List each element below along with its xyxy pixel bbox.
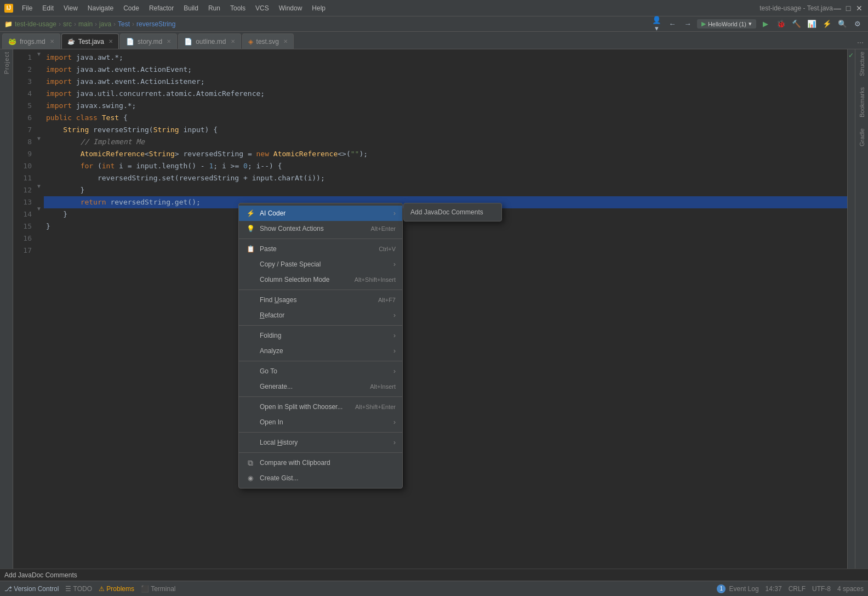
right-sidebars: Structure Bookmarks Gradle xyxy=(855,49,868,569)
tab-frogs-md[interactable]: 🐸 frogs.md ✕ xyxy=(2,33,60,49)
search-button[interactable]: 🔍 xyxy=(836,18,848,30)
context-menu-show-context[interactable]: 💡 Show Context Actions Alt+Enter xyxy=(239,221,402,236)
tab-test-java[interactable]: ☕ Test.java ✕ xyxy=(61,33,119,49)
submenu-javadoc-label: Add JavaDoc Comments xyxy=(410,208,483,216)
problems-status[interactable]: ⚠ Problems xyxy=(99,585,134,593)
context-menu-create-gist[interactable]: ◉ Create Gist... xyxy=(239,470,402,486)
forward-button[interactable]: → xyxy=(682,18,694,30)
build-button[interactable]: 🔨 xyxy=(790,18,802,30)
breadcrumb-java[interactable]: java xyxy=(99,20,111,28)
minimize-button[interactable]: — xyxy=(833,4,842,13)
ai-coder-arrow: › xyxy=(393,209,396,217)
structure-label[interactable]: Structure xyxy=(859,52,865,76)
terminal-status[interactable]: ⬛ Terminal xyxy=(141,585,175,593)
context-menu-refactor[interactable]: Refactor › xyxy=(239,308,402,323)
tab-frogs-close[interactable]: ✕ xyxy=(50,38,54,44)
gradle-label[interactable]: Gradle xyxy=(859,128,865,146)
fold-marker-8[interactable]: ▼ xyxy=(36,135,42,141)
tab-outline-close[interactable]: ✕ xyxy=(231,38,235,44)
menu-vcs[interactable]: VCS xyxy=(251,3,273,13)
encoding[interactable]: UTF-8 xyxy=(812,585,831,593)
maximize-button[interactable]: □ xyxy=(844,4,853,13)
tab-svg-label: test.svg xyxy=(256,38,279,46)
context-menu-open-in[interactable]: Open In › xyxy=(239,415,402,430)
context-menu-column-selection[interactable]: Column Selection Mode Alt+Shift+Insert xyxy=(239,272,402,287)
tab-svg-close[interactable]: ✕ xyxy=(283,38,288,44)
menu-window[interactable]: Window xyxy=(275,3,307,13)
todo-status[interactable]: ☰ TODO xyxy=(65,585,92,593)
run-button[interactable]: ▶ xyxy=(760,18,772,30)
context-menu-copy-paste[interactable]: Copy / Paste Special › xyxy=(239,257,402,272)
breadcrumb-main[interactable]: main xyxy=(78,20,93,28)
menu-view[interactable]: View xyxy=(59,3,82,13)
cursor-position[interactable]: 14:37 xyxy=(766,585,782,593)
tab-story-md[interactable]: 📄 story.md ✕ xyxy=(120,33,177,49)
back-button[interactable]: ← xyxy=(666,18,678,30)
analyze-label: Analyze xyxy=(260,347,391,355)
show-context-shortcut: Alt+Enter xyxy=(370,225,396,232)
copy-paste-arrow: › xyxy=(393,260,396,268)
code-editor[interactable]: import java.awt.*; import java.awt.event… xyxy=(44,49,847,569)
bottom-action-bar: Add JavaDoc Comments xyxy=(0,569,868,581)
event-log-status[interactable]: 1 Event Log xyxy=(717,584,758,593)
context-menu-local-history[interactable]: Local History › xyxy=(239,435,402,450)
breadcrumb-class[interactable]: Test xyxy=(118,20,130,28)
menu-edit[interactable]: Edit xyxy=(38,3,58,13)
menu-help[interactable]: Help xyxy=(307,3,330,13)
copy-paste-label: Copy / Paste Special xyxy=(260,260,391,268)
user-button[interactable]: 👤▾ xyxy=(651,18,663,30)
context-menu-folding[interactable]: Folding › xyxy=(239,328,402,343)
context-menu-open-split[interactable]: Open in Split with Chooser... Alt+Shift+… xyxy=(239,399,402,415)
run-config[interactable]: ▶ HelloWorld (1) ▾ xyxy=(697,19,756,29)
sep-5 xyxy=(239,396,402,397)
sep-4 xyxy=(239,361,402,361)
fold-marker-11[interactable]: ▼ xyxy=(36,183,42,189)
fold-marker-1[interactable]: ▼ xyxy=(36,51,42,57)
context-menu-ai-coder[interactable]: ⚡ AI Coder › xyxy=(239,206,402,221)
submenu-add-javadoc[interactable]: Add JavaDoc Comments xyxy=(404,206,501,219)
menu-build[interactable]: Build xyxy=(179,3,203,13)
coverage-button[interactable]: 📊 xyxy=(806,18,818,30)
tab-story-close[interactable]: ✕ xyxy=(167,38,171,44)
line-ending[interactable]: CRLF xyxy=(789,585,806,593)
breadcrumb-src[interactable]: src xyxy=(63,20,72,28)
goto-label: Go To xyxy=(260,367,391,375)
breadcrumb-project[interactable]: test-ide-usage xyxy=(15,20,56,28)
context-menu-find-usages[interactable]: Find Usages Alt+F7 xyxy=(239,292,402,308)
menu-file[interactable]: File xyxy=(18,3,37,13)
tab-test-close[interactable]: ✕ xyxy=(108,38,113,44)
project-sidebar-label[interactable]: Project xyxy=(3,52,10,78)
toolbar-right: 👤▾ ← → ▶ HelloWorld (1) ▾ ▶ 🐞 🔨 📊 ⚡ 🔍 ⚙ xyxy=(651,18,864,30)
menu-navigate[interactable]: Navigate xyxy=(83,3,118,13)
tab-outline-md[interactable]: 📄 outline.md ✕ xyxy=(178,33,241,49)
menu-refactor[interactable]: Refactor xyxy=(145,3,178,13)
version-control-status[interactable]: ⎇ Version Control xyxy=(4,585,59,593)
generate-icon xyxy=(245,382,255,391)
breadcrumb-method[interactable]: reverseString xyxy=(136,20,175,28)
bookmarks-label[interactable]: Bookmarks xyxy=(859,87,865,117)
local-history-label: Local History xyxy=(260,439,391,446)
indent[interactable]: 4 spaces xyxy=(837,585,864,593)
context-menu-generate[interactable]: Generate... Alt+Insert xyxy=(239,379,402,394)
menu-code[interactable]: Code xyxy=(119,3,144,13)
context-menu-goto[interactable]: Go To › xyxy=(239,364,402,379)
analyze-icon xyxy=(245,346,255,356)
find-icon xyxy=(245,295,255,305)
settings-button[interactable]: ⚙ xyxy=(852,18,864,30)
context-menu-paste[interactable]: 📋 Paste Ctrl+V xyxy=(239,241,402,257)
menu-tools[interactable]: Tools xyxy=(226,3,250,13)
svg-icon: ◈ xyxy=(248,38,253,46)
line-numbers: 1 2 3 4 5 6 7 8 9 10 11 12 13 14 15 16 1… xyxy=(13,49,35,569)
menu-run[interactable]: Run xyxy=(204,3,225,13)
tabs-overflow[interactable]: ⋯ xyxy=(853,37,868,49)
local-history-icon xyxy=(245,438,255,447)
scroll-gutter[interactable]: ✓ xyxy=(847,49,855,569)
close-button[interactable]: ✕ xyxy=(855,4,864,13)
fold-marker-13[interactable]: ▼ xyxy=(36,206,42,212)
debug-button[interactable]: 🐞 xyxy=(775,18,787,30)
context-menu-analyze[interactable]: Analyze › xyxy=(239,343,402,359)
refactor-arrow: › xyxy=(393,311,396,319)
tab-test-svg[interactable]: ◈ test.svg ✕ xyxy=(242,33,294,49)
profile-button[interactable]: ⚡ xyxy=(821,18,833,30)
context-menu-compare-clipboard[interactable]: ⧉ Compare with Clipboard xyxy=(239,455,402,470)
